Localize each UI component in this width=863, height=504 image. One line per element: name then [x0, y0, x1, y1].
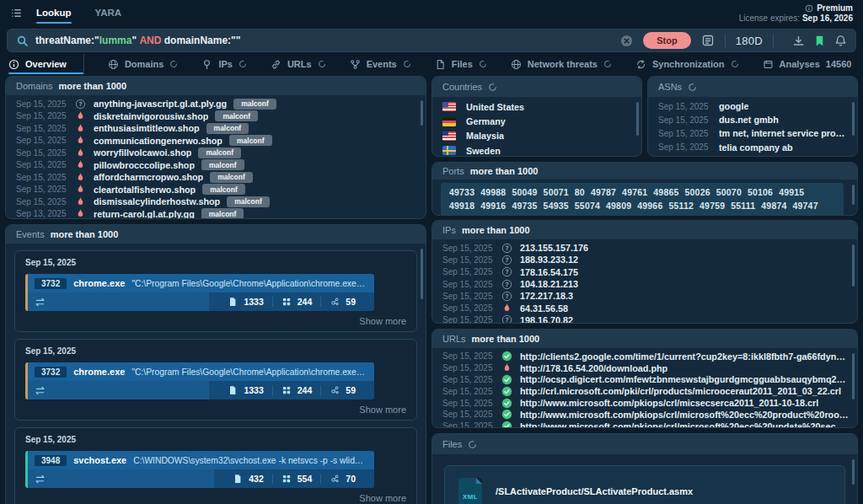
- port-value[interactable]: 49938: [544, 212, 569, 215]
- domain-row[interactable]: Sep 15, 2025 affordcharmcropwo.shop malc…: [6, 171, 426, 184]
- period-selector[interactable]: 180D: [736, 35, 763, 47]
- process-bar[interactable]: 3732 chrome.exe "C:\Program Files\Google…: [25, 362, 374, 399]
- asn-row[interactable]: Sep 15, 2025: [648, 154, 857, 156]
- search-history-icon[interactable]: [701, 34, 715, 47]
- port-value[interactable]: 55074: [575, 200, 600, 213]
- notifications-icon[interactable]: [834, 35, 847, 47]
- asn-row[interactable]: Sep 15, 2025 google: [648, 99, 857, 113]
- tab[interactable]: Domains: [108, 54, 178, 74]
- url-row[interactable]: Sep 15, 2025 http://clients2.google.com/…: [432, 351, 857, 362]
- show-more-link[interactable]: Show more: [25, 316, 406, 326]
- ip-row[interactable]: Sep 15, 2025 ? 178.16.54.175: [432, 266, 857, 278]
- tab[interactable]: Network threats: [511, 54, 612, 74]
- port-value[interactable]: 49988: [480, 186, 506, 200]
- domain-row[interactable]: Sep 15, 2025 enthusiasimtitleow.shop mal…: [6, 122, 426, 135]
- tab[interactable]: IPs: [201, 54, 247, 74]
- url-row[interactable]: Sep 15, 2025 http://crl.microsoft.com/pk…: [432, 385, 857, 397]
- port-value[interactable]: 50106: [748, 186, 773, 200]
- port-value[interactable]: 49732: [449, 212, 474, 215]
- port-value[interactable]: 49918: [449, 200, 474, 213]
- tab[interactable]: Events: [350, 54, 411, 74]
- tab[interactable]: Synchronization: [635, 54, 739, 74]
- domain-row[interactable]: Sep 15, 2025 ? anything-javascript.gl.at…: [6, 98, 426, 110]
- port-value[interactable]: 49755: [575, 212, 600, 215]
- download-icon[interactable]: [792, 35, 805, 47]
- port-value[interactable]: 49759: [700, 200, 725, 213]
- ip-row[interactable]: Sep 15, 2025 ? 198.16.70.82: [432, 314, 857, 323]
- clear-search-icon[interactable]: [620, 35, 633, 47]
- ip-row[interactable]: Sep 15, 2025 64.31.56.58: [432, 302, 857, 314]
- tab[interactable]: Files: [435, 54, 487, 74]
- process-bar[interactable]: 3732 chrome.exe "C:\Program Files\Google…: [25, 274, 374, 311]
- ip-row[interactable]: Sep 15, 2025 ? 213.155.157.176: [432, 242, 857, 254]
- topnav-item[interactable]: Lookup: [36, 0, 72, 25]
- expand-arrows-icon[interactable]: [35, 385, 46, 396]
- port-value[interactable]: 49916: [480, 200, 506, 213]
- domain-row[interactable]: Sep 13, 2025 return-carol.gl.at.ply.gg m…: [6, 208, 426, 219]
- tab[interactable]: URLs: [271, 54, 326, 74]
- port-value[interactable]: 50071: [544, 186, 569, 200]
- scrollbar[interactable]: [852, 102, 855, 136]
- port-value[interactable]: 54935: [544, 200, 569, 213]
- tab[interactable]: Analyses 14560: [763, 54, 852, 74]
- show-more-link[interactable]: Show more: [25, 405, 406, 415]
- tab[interactable]: Overview: [8, 54, 84, 74]
- url-row[interactable]: Sep 15, 2025 http://www.microsoft.com/pk…: [432, 409, 857, 421]
- asn-row[interactable]: Sep 15, 2025 tm net, internet service pr…: [648, 126, 857, 140]
- port-value[interactable]: 49761: [622, 186, 647, 200]
- show-more-link[interactable]: Show more: [25, 493, 406, 503]
- menu-icon[interactable]: [10, 7, 23, 19]
- port-value[interactable]: 50070: [716, 186, 742, 200]
- port-value[interactable]: 49865: [653, 186, 678, 200]
- ip-row[interactable]: Sep 15, 2025 ? 104.18.21.213: [432, 278, 857, 290]
- url-row[interactable]: Sep 15, 2025 http://www.microsoft.com/pk…: [432, 397, 857, 409]
- port-value[interactable]: 49960: [606, 212, 631, 215]
- domain-row[interactable]: Sep 15, 2025 worryfillvolcawoi.shop malc…: [6, 147, 426, 159]
- scrollbar[interactable]: [852, 459, 855, 485]
- scrollbar[interactable]: [636, 102, 639, 136]
- port-value[interactable]: 49735: [512, 200, 537, 213]
- stop-button[interactable]: Stop: [643, 32, 690, 49]
- port-value[interactable]: 49749: [668, 212, 694, 215]
- url-row[interactable]: Sep 15, 2025 http://178.16.54.200/downlo…: [432, 362, 857, 374]
- bookmark-icon[interactable]: [813, 35, 826, 47]
- port-value[interactable]: 80: [575, 186, 585, 200]
- port-value[interactable]: 49992: [700, 212, 726, 215]
- port-value[interactable]: 49915: [779, 186, 804, 200]
- country-row[interactable]: Malaysia: [432, 129, 641, 143]
- port-value[interactable]: 50049: [512, 186, 537, 200]
- port-value[interactable]: 50026: [685, 186, 710, 200]
- country-row[interactable]: Germany: [432, 114, 641, 128]
- ip-row[interactable]: Sep 15, 2025 ? 188.93.233.12: [432, 254, 857, 265]
- url-row[interactable]: Sep 15, 2025 http://ocsp.digicert.com/mf…: [432, 374, 857, 386]
- domain-row[interactable]: Sep 15, 2025 cleartotalfisherwo.shop mal…: [6, 184, 426, 196]
- domain-row[interactable]: Sep 15, 2025 dismissalcylinderhostw.shop…: [6, 196, 426, 208]
- domain-row[interactable]: Sep 15, 2025 pillowbrocccolipe.shop malc…: [6, 159, 426, 172]
- port-value[interactable]: 49994: [794, 212, 819, 215]
- topnav-item[interactable]: YARA: [95, 0, 122, 25]
- port-value[interactable]: 49966: [637, 200, 662, 213]
- port-value[interactable]: 49874: [761, 200, 786, 213]
- port-value[interactable]: 49771: [637, 212, 662, 215]
- expand-arrows-icon[interactable]: [35, 297, 46, 308]
- port-value[interactable]: 49919: [763, 212, 788, 215]
- url-row[interactable]: Sep 15, 2025 http://www.microsoft.com/pk…: [432, 421, 857, 427]
- scrollbar[interactable]: [852, 353, 855, 399]
- ip-row[interactable]: Sep 15, 2025 ? 172.217.18.3: [432, 290, 857, 302]
- asn-row[interactable]: Sep 15, 2025 dus.net gmbh: [648, 113, 857, 126]
- country-row[interactable]: Sweden: [432, 143, 641, 156]
- asn-row[interactable]: Sep 15, 2025 telia company ab: [648, 141, 857, 154]
- expand-arrows-icon[interactable]: [35, 474, 46, 485]
- process-bar[interactable]: 3948 svchost.exe C:\WINDOWS\system32\svc…: [25, 451, 374, 488]
- scrollbar[interactable]: [852, 185, 855, 205]
- search-input[interactable]: threatName:"lumma" AND domainName:"": [35, 35, 614, 46]
- scrollbar[interactable]: [852, 244, 855, 287]
- file-card[interactable]: XML /SLActivateProduct/SLActivateProduct…: [444, 465, 845, 504]
- port-value[interactable]: 55112: [668, 200, 694, 213]
- port-value[interactable]: 49787: [591, 186, 616, 200]
- port-value[interactable]: 49782: [480, 212, 506, 215]
- port-value[interactable]: 49747: [793, 200, 818, 213]
- port-value[interactable]: 49733: [449, 186, 474, 200]
- port-value[interactable]: 49996: [732, 212, 757, 215]
- country-row[interactable]: United States: [432, 99, 641, 114]
